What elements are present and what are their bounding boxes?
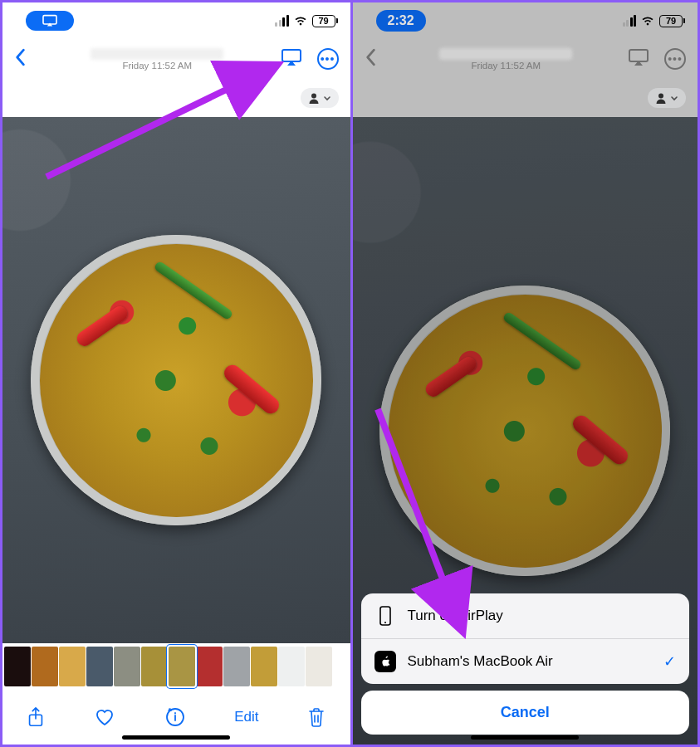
cancel-button[interactable]: Cancel xyxy=(361,691,690,735)
thumbnail[interactable] xyxy=(223,647,250,686)
thumbnail[interactable] xyxy=(141,647,168,686)
iphone-icon xyxy=(374,605,396,627)
appletv-icon xyxy=(374,651,396,672)
more-button[interactable]: ••• xyxy=(317,48,339,70)
svg-point-2 xyxy=(311,94,316,99)
thumbnail[interactable] xyxy=(278,647,305,686)
device-label: Subham's MacBook Air xyxy=(408,653,553,670)
thumbnail[interactable] xyxy=(32,647,58,686)
nav-bar: Friday 11:52 AM ••• xyxy=(2,39,350,79)
airplay-button[interactable] xyxy=(281,48,302,70)
thumbnail-strip[interactable] xyxy=(2,643,350,690)
status-right: 79 xyxy=(275,15,335,27)
thumbnail[interactable] xyxy=(86,647,113,686)
delete-button[interactable] xyxy=(307,706,326,728)
home-indicator[interactable] xyxy=(471,735,579,740)
svg-rect-1 xyxy=(282,50,301,61)
thumbnail[interactable] xyxy=(251,647,277,686)
back-button[interactable] xyxy=(14,48,34,70)
people-button[interactable] xyxy=(301,88,339,108)
nav-subtitle: Friday 11:52 AM xyxy=(122,61,192,71)
wifi-icon xyxy=(293,15,308,27)
status-bar: 79 xyxy=(2,2,350,39)
nav-title-redacted xyxy=(91,48,223,60)
favorite-button[interactable] xyxy=(94,707,115,727)
share-button[interactable] xyxy=(27,706,45,728)
edit-button[interactable]: Edit xyxy=(234,709,258,725)
airplay-device-row[interactable]: Subham's MacBook Air ✓ xyxy=(361,638,690,684)
thumbnail[interactable] xyxy=(4,647,31,686)
nav-title: Friday 11:52 AM xyxy=(42,48,272,71)
turn-off-airplay-row[interactable]: Turn off AirPlay xyxy=(361,593,690,638)
thumbnail[interactable] xyxy=(169,647,195,686)
info-button[interactable] xyxy=(164,706,186,728)
sheet-options: Turn off AirPlay Subham's MacBook Air ✓ xyxy=(361,593,690,684)
photo-viewer[interactable] xyxy=(2,117,350,643)
checkmark-icon: ✓ xyxy=(663,652,676,671)
home-indicator[interactable] xyxy=(122,735,230,740)
airplay-active-pill[interactable] xyxy=(26,11,74,31)
thumbnail[interactable] xyxy=(114,647,140,686)
svg-point-9 xyxy=(384,622,386,623)
people-bar xyxy=(2,79,350,117)
turn-off-label: Turn off AirPlay xyxy=(408,608,503,624)
cellular-signal-icon xyxy=(275,15,289,27)
photo-content xyxy=(31,235,321,525)
thumbnail[interactable] xyxy=(196,647,223,686)
chevron-down-icon xyxy=(322,93,332,103)
battery-indicator: 79 xyxy=(312,15,335,27)
thumbnail[interactable] xyxy=(306,647,332,686)
airplay-action-sheet: Turn off AirPlay Subham's MacBook Air ✓ … xyxy=(361,593,690,735)
left-screenshot: 79 Friday 11:52 AM ••• xyxy=(2,2,350,745)
thumbnail[interactable] xyxy=(59,647,86,686)
right-screenshot: 2:32 79 Friday 11:52 AM •• xyxy=(350,2,698,745)
